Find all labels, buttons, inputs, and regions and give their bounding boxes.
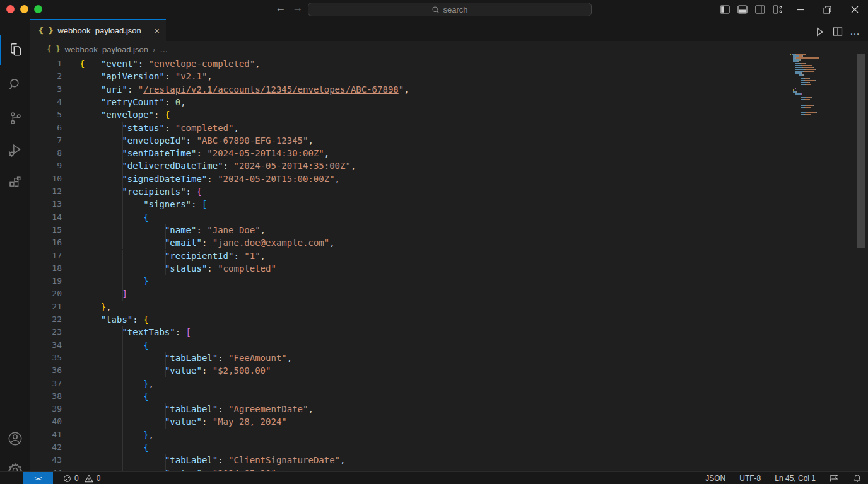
code-line-4[interactable]: 4"retryCount": 0,	[30, 96, 775, 108]
cursor-position[interactable]: Ln 45, Col 1	[775, 474, 816, 483]
code-line-5[interactable]: 5"envelope": {	[30, 108, 775, 121]
indent-guide	[102, 377, 102, 390]
minimap-line	[801, 99, 850, 100]
remote-indicator[interactable]: ><	[23, 472, 53, 484]
minimize-window-icon[interactable]	[794, 3, 807, 16]
code-line-43[interactable]: 43"tabLabel": "ClientSignatureDate",	[30, 454, 775, 466]
minimap[interactable]	[790, 54, 850, 129]
code-text: "tabs": {	[101, 313, 149, 326]
tab-close-icon[interactable]: ×	[154, 25, 160, 36]
warnings-count: 0	[97, 474, 101, 483]
code-line-36[interactable]: 36"value": "$2,500.00"	[30, 364, 775, 377]
problems-indicator[interactable]: 0 0	[63, 472, 100, 484]
code-line-14[interactable]: 14{	[30, 211, 775, 224]
run-and-debug-icon[interactable]	[0, 135, 30, 165]
split-editor-icon[interactable]	[830, 24, 845, 39]
toggle-panel-icon[interactable]	[736, 3, 749, 16]
minimap-line	[793, 91, 850, 93]
minimap-line	[801, 112, 850, 113]
line-number: 35	[30, 352, 62, 364]
code-text: "status": "completed"	[165, 262, 276, 275]
line-number: 19	[30, 275, 62, 287]
toggle-primary-sidebar-icon[interactable]	[718, 3, 732, 16]
indent-guide	[122, 224, 123, 236]
code-text: "envelope": {	[101, 108, 170, 121]
code-line-19[interactable]: 19}	[30, 275, 775, 287]
indent-guide	[144, 415, 144, 428]
code-line-15[interactable]: 15"name": "Jane Doe",	[30, 224, 775, 236]
code-line-37[interactable]: 37},	[30, 377, 775, 390]
encoding[interactable]: UTF-8	[739, 474, 761, 483]
search-view-icon[interactable]	[0, 69, 30, 100]
code-line-39[interactable]: 39"tabLabel": "AgreementDate",	[30, 403, 775, 415]
code-line-7[interactable]: 7"envelopeId": "ABC-67890-EFG-12345",	[30, 134, 775, 147]
code-text: { "event": "envelope-completed",	[79, 57, 261, 70]
minimap-line	[801, 97, 850, 98]
command-center-search[interactable]: search	[308, 3, 592, 16]
code-line-22[interactable]: 22"tabs": {	[30, 313, 775, 326]
title-bar: ← → search	[0, 0, 868, 19]
vertical-scrollbar[interactable]	[857, 54, 865, 248]
code-text: }	[143, 275, 148, 287]
code-line-35[interactable]: 35"tabLabel": "FeeAmount",	[30, 352, 775, 364]
navigate-forward-icon[interactable]: →	[291, 2, 305, 14]
indent-guide	[122, 211, 123, 224]
code-line-3[interactable]: 3"uri": "/restapi/v2.1/accounts/12345/en…	[30, 83, 775, 96]
maximize-traffic-light[interactable]	[34, 5, 42, 13]
code-line-9[interactable]: 9"deliveredDateTime": "2024-05-20T14:35:…	[30, 159, 775, 172]
minimap-line	[799, 101, 850, 102]
indent-guide	[144, 364, 144, 377]
source-control-icon[interactable]	[0, 103, 30, 133]
indent-guide	[122, 454, 123, 466]
indent-guide	[122, 275, 123, 287]
code-line-17[interactable]: 17"recipientId": "1",	[30, 250, 775, 262]
toggle-secondary-sidebar-icon[interactable]	[753, 3, 767, 16]
minimize-traffic-light[interactable]	[20, 5, 28, 13]
code-line-34[interactable]: 34{	[30, 339, 775, 352]
code-line-13[interactable]: 13"signers": [	[30, 198, 775, 210]
code-line-40[interactable]: 40"value": "May 28, 2024"	[30, 415, 775, 428]
feedback-icon[interactable]	[830, 474, 839, 483]
code-editor[interactable]: 1{ "event": "envelope-completed",2"apiVe…	[30, 57, 868, 471]
explorer-icon[interactable]	[0, 35, 30, 65]
extensions-icon[interactable]	[0, 168, 30, 198]
restore-window-icon[interactable]	[820, 3, 834, 16]
minimap-line	[801, 107, 850, 108]
indent-guide	[102, 390, 102, 403]
indent-guide	[102, 415, 102, 428]
code-line-12[interactable]: 12"recipients": {	[30, 185, 775, 198]
account-icon[interactable]	[0, 424, 30, 454]
navigate-back-icon[interactable]: ←	[274, 2, 288, 14]
run-file-icon[interactable]	[812, 24, 827, 39]
code-text: "recipientId": "1",	[165, 250, 266, 262]
code-text: "signers": [	[143, 198, 207, 210]
code-line-10[interactable]: 10"signedDateTime": "2024-05-20T15:00:00…	[30, 173, 775, 185]
code-line-16[interactable]: 16"email": "jane.doe@example.com",	[30, 236, 775, 249]
more-actions-icon[interactable]: …	[847, 24, 862, 39]
search-icon	[431, 6, 440, 14]
breadcrumb-file[interactable]: webhook_payload.json	[65, 45, 148, 54]
breadcrumb-tail[interactable]: …	[160, 45, 168, 54]
code-line-1[interactable]: 1{ "event": "envelope-completed",	[30, 57, 775, 70]
close-traffic-light[interactable]	[6, 5, 15, 13]
code-line-20[interactable]: 20]	[30, 287, 775, 300]
code-line-2[interactable]: 2"apiVersion": "v2.1",	[30, 70, 775, 83]
code-line-23[interactable]: 23"textTabs": [	[30, 326, 775, 338]
minimap-line	[795, 93, 850, 95]
code-line-6[interactable]: 6"status": "completed",	[30, 122, 775, 134]
indent-guide	[122, 390, 123, 403]
code-text: "value": "May 28, 2024"	[165, 415, 287, 428]
customize-layout-icon[interactable]	[771, 3, 785, 16]
code-line-38[interactable]: 38{	[30, 390, 775, 403]
code-line-42[interactable]: 42{	[30, 441, 775, 454]
close-window-icon[interactable]	[848, 3, 862, 16]
tab-webhook-payload-json[interactable]: { } webhook_payload.json ×	[30, 19, 166, 41]
code-line-41[interactable]: 41},	[30, 429, 775, 441]
notifications-bell-icon[interactable]	[853, 474, 862, 483]
code-line-18[interactable]: 18"status": "completed"	[30, 262, 775, 275]
line-number: 40	[30, 415, 62, 428]
code-line-8[interactable]: 8"sentDateTime": "2024-05-20T14:30:00Z",	[30, 147, 775, 159]
code-text: "uri": "/restapi/v2.1/accounts/12345/env…	[101, 83, 409, 96]
language-mode[interactable]: JSON	[705, 474, 725, 483]
code-line-21[interactable]: 21},	[30, 301, 775, 313]
